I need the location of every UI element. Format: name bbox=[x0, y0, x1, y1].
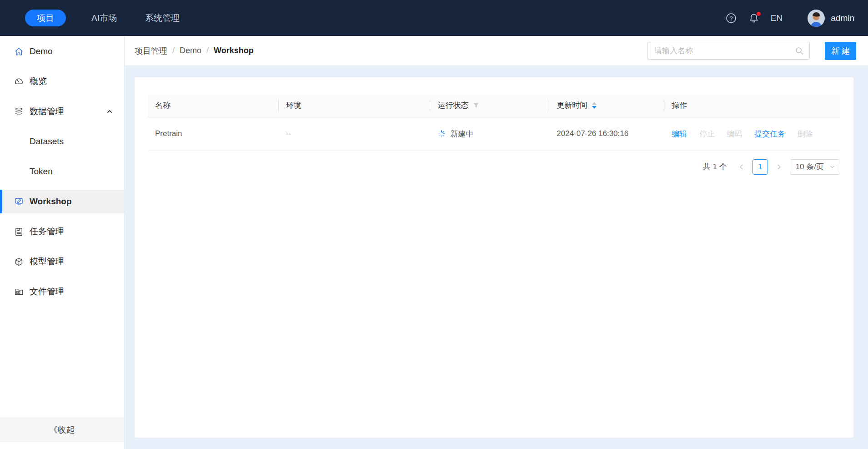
username-label: admin bbox=[831, 13, 854, 23]
search-box bbox=[647, 42, 810, 60]
pagination-total: 共 1 个 bbox=[703, 161, 727, 172]
search-input[interactable] bbox=[654, 46, 795, 55]
sidebar-item-label: 数据管理 bbox=[30, 106, 64, 117]
table-card: 名称 环境 运行状态 bbox=[135, 77, 853, 438]
bell-icon[interactable] bbox=[748, 12, 760, 24]
collapse-label: 《收起 bbox=[49, 424, 75, 436]
breadcrumb-item-demo[interactable]: Demo bbox=[180, 46, 201, 55]
cell-name: Pretrain bbox=[148, 117, 279, 151]
breadcrumb-separator: / bbox=[206, 46, 209, 55]
code-action: 编码 bbox=[727, 130, 743, 138]
column-header-name: 名称 bbox=[148, 94, 279, 117]
svg-text:?: ? bbox=[729, 15, 733, 22]
status-text: 新建中 bbox=[450, 129, 473, 139]
edit-action[interactable]: 编辑 bbox=[672, 130, 687, 138]
sidebar-item-label: 模型管理 bbox=[30, 256, 64, 267]
home-icon bbox=[14, 46, 24, 56]
table-header-row: 名称 环境 运行状态 bbox=[148, 94, 840, 117]
sort-ascending-icon[interactable] bbox=[592, 102, 597, 105]
language-switch[interactable]: EN bbox=[771, 13, 783, 23]
notification-badge bbox=[757, 12, 761, 16]
stop-action: 停止 bbox=[699, 130, 715, 138]
sidebar-item-label: Demo bbox=[30, 46, 53, 56]
app-shell: Demo 概览 数据管理 Datasets Token bbox=[0, 36, 868, 449]
breadcrumb-item-project-management[interactable]: 项目管理 bbox=[135, 45, 167, 56]
sidebar-item-label: 任务管理 bbox=[30, 226, 64, 237]
top-nav-right: ? EN admin bbox=[725, 9, 854, 27]
workspace-name: Pretrain bbox=[155, 129, 182, 138]
sidebar-item-task-management[interactable]: 任务管理 bbox=[0, 220, 124, 243]
sidebar: Demo 概览 数据管理 Datasets Token bbox=[0, 36, 125, 449]
chevron-up-icon[interactable] bbox=[106, 108, 113, 115]
env-value: -- bbox=[286, 129, 291, 138]
sidebar-item-label: Datasets bbox=[30, 136, 64, 146]
tasks-icon bbox=[14, 227, 24, 237]
sidebar-item-label: 文件管理 bbox=[30, 286, 64, 298]
prev-page-icon[interactable] bbox=[735, 159, 748, 175]
loading-spinner-icon bbox=[437, 130, 446, 138]
sort-descending-icon[interactable] bbox=[592, 106, 597, 109]
page-header: 项目管理 / Demo / Workshop 新 建 bbox=[125, 36, 868, 66]
page-size-value: 10 条/页 bbox=[796, 161, 824, 172]
sidebar-item-overview[interactable]: 概览 bbox=[0, 70, 124, 93]
pagination: 共 1 个 1 10 条/页 bbox=[148, 159, 840, 175]
breadcrumb-item-workshop: Workshop bbox=[214, 46, 254, 55]
tab-projects[interactable]: 项目 bbox=[25, 10, 66, 26]
column-label: 运行状态 bbox=[437, 100, 468, 111]
chevron-down-icon bbox=[829, 164, 835, 170]
tab-system-admin[interactable]: 系统管理 bbox=[142, 12, 182, 24]
content: 名称 环境 运行状态 bbox=[125, 66, 868, 449]
workshop-table: 名称 环境 运行状态 bbox=[148, 94, 840, 151]
search-icon[interactable] bbox=[795, 46, 804, 55]
breadcrumb: 项目管理 / Demo / Workshop bbox=[135, 45, 254, 56]
avatar bbox=[807, 9, 825, 27]
sidebar-collapse-button[interactable]: 《收起 bbox=[0, 417, 124, 442]
sidebar-item-label: Workshop bbox=[30, 197, 72, 207]
breadcrumb-separator: / bbox=[172, 46, 175, 55]
sidebar-item-label: 概览 bbox=[30, 76, 47, 87]
column-header-env: 环境 bbox=[279, 94, 431, 117]
top-nav-tabs: 项目 AI市场 系统管理 bbox=[25, 10, 182, 26]
next-page-icon[interactable] bbox=[773, 159, 785, 175]
sidebar-item-model-management[interactable]: 模型管理 bbox=[0, 250, 124, 273]
column-header-updated: 更新时间 bbox=[549, 94, 664, 117]
updated-timestamp: 2024-07-26 16:30:16 bbox=[557, 129, 628, 138]
tab-ai-market[interactable]: AI市场 bbox=[89, 12, 120, 24]
cell-status: 新建中 bbox=[430, 117, 549, 151]
column-label: 名称 bbox=[155, 100, 171, 111]
workshop-icon bbox=[14, 197, 24, 207]
cell-env: -- bbox=[279, 117, 431, 151]
sidebar-item-token[interactable]: Token bbox=[0, 160, 124, 183]
cell-updated: 2024-07-26 16:30:16 bbox=[549, 117, 664, 151]
sort-control[interactable] bbox=[592, 102, 597, 109]
user-menu[interactable]: admin bbox=[807, 9, 854, 27]
header-actions: 新 建 bbox=[647, 42, 856, 60]
folder-icon bbox=[14, 287, 24, 297]
submit-task-action[interactable]: 提交任务 bbox=[754, 130, 785, 138]
sidebar-item-workshop[interactable]: Workshop bbox=[0, 190, 124, 213]
column-label: 环境 bbox=[286, 100, 301, 111]
filter-icon[interactable] bbox=[473, 102, 479, 109]
cell-actions: 编辑 停止 编码 提交任务 删除 bbox=[664, 117, 840, 151]
sidebar-item-demo[interactable]: Demo bbox=[0, 40, 124, 63]
page-size-select[interactable]: 10 条/页 bbox=[790, 159, 840, 175]
sidebar-item-datasets[interactable]: Datasets bbox=[0, 130, 124, 153]
column-label: 操作 bbox=[672, 100, 687, 111]
dashboard-icon bbox=[14, 76, 24, 86]
table-row: Pretrain -- bbox=[148, 117, 840, 151]
delete-action: 删除 bbox=[798, 130, 813, 138]
model-cube-icon bbox=[14, 257, 24, 267]
sidebar-item-data-management[interactable]: 数据管理 bbox=[0, 100, 124, 123]
column-label: 更新时间 bbox=[557, 100, 587, 111]
sidebar-item-file-management[interactable]: 文件管理 bbox=[0, 280, 124, 303]
column-header-status: 运行状态 bbox=[430, 94, 549, 117]
help-icon[interactable]: ? bbox=[725, 12, 737, 24]
create-button[interactable]: 新 建 bbox=[825, 42, 856, 60]
column-header-actions: 操作 bbox=[664, 94, 840, 117]
sidebar-item-label: Token bbox=[30, 166, 53, 177]
main-area: 项目管理 / Demo / Workshop 新 建 bbox=[125, 36, 868, 449]
page-number-button[interactable]: 1 bbox=[753, 159, 768, 175]
top-navbar: 项目 AI市场 系统管理 ? EN admin bbox=[0, 0, 868, 36]
database-icon bbox=[14, 106, 24, 116]
